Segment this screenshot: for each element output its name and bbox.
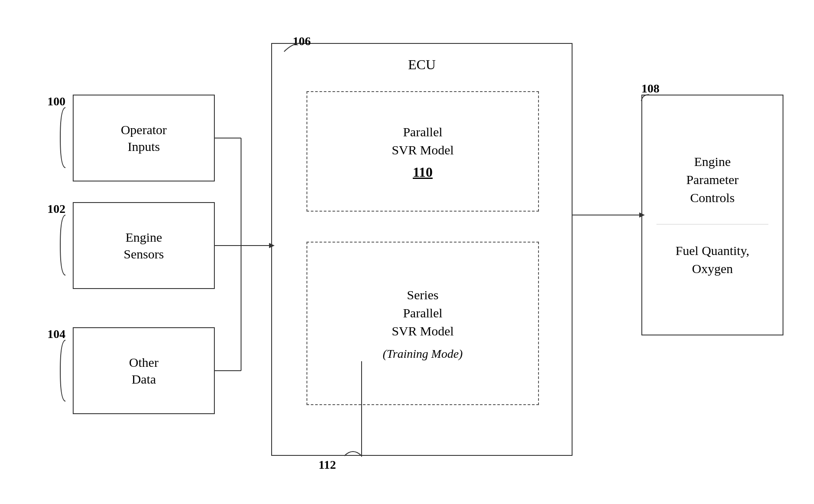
ref-112: 112 — [319, 458, 336, 472]
engine-parameter-box: EngineParameterControls Fuel Quantity,Ox… — [641, 95, 783, 335]
right-box-divider — [656, 224, 769, 224]
ecu-title: ECU — [272, 57, 572, 73]
ref-108: 108 — [641, 82, 659, 95]
ecu-box: ECU ParallelSVR Model 110 SeriesParallel… — [271, 43, 573, 456]
fuel-quantity-label: Fuel Quantity,Oxygen — [675, 242, 749, 278]
ref-106: 106 — [293, 34, 311, 48]
other-data-label: Other Data — [129, 354, 158, 387]
diagram: Operator Inputs Engine Sensors Other Dat… — [0, 0, 814, 504]
other-data-box: Other Data — [73, 327, 215, 414]
series-svr-box: SeriesParallelSVR Model (Training Mode) — [306, 242, 539, 405]
parallel-svr-box: ParallelSVR Model 110 — [306, 91, 539, 212]
operator-inputs-box: Operator Inputs — [73, 95, 215, 181]
engine-parameter-label: EngineParameterControls — [686, 153, 739, 207]
operator-inputs-label: Operator Inputs — [121, 121, 167, 155]
ref-102: 102 — [47, 202, 65, 216]
ref-100: 100 — [47, 95, 65, 108]
ref-104: 104 — [47, 327, 65, 341]
engine-sensors-label: Engine Sensors — [124, 229, 164, 262]
series-svr-label: SeriesParallelSVR Model — [392, 286, 454, 340]
series-training-label: (Training Mode) — [383, 347, 463, 361]
parallel-svr-ref: 110 — [413, 164, 433, 180]
engine-sensors-box: Engine Sensors — [73, 202, 215, 289]
parallel-svr-label: ParallelSVR Model — [392, 123, 454, 159]
